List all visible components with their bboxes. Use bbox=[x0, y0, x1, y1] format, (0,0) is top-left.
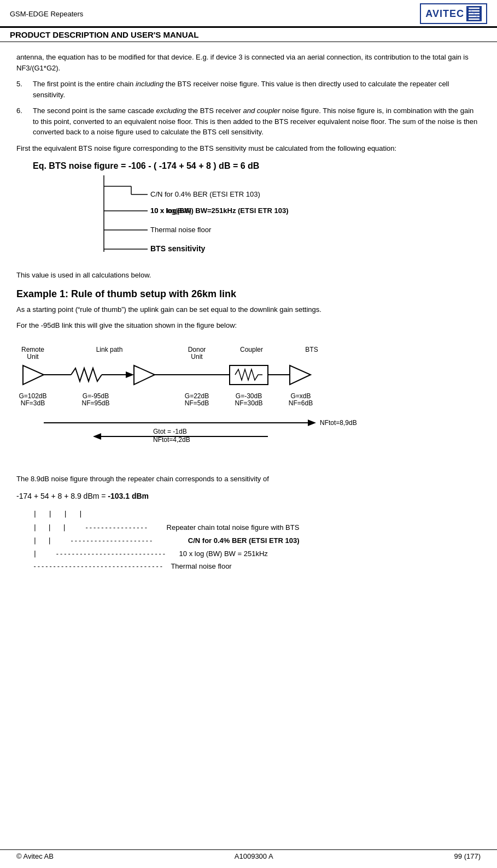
label-bts: BTS bbox=[305, 346, 318, 353]
equation-block: Eq. BTS noise figure = -106 - ( -174 + 5… bbox=[33, 161, 481, 264]
label-coupler: Coupler bbox=[240, 346, 263, 353]
subheader-title: PRODUCT DESCRIPTION AND USER'S MANUAL bbox=[10, 30, 199, 39]
italic-excluding: excluding bbox=[156, 107, 186, 115]
intro-para: antenna, the equation has to be modified… bbox=[16, 52, 481, 73]
formula-para: -174 + 54 + 8 + 8.9 dBm = -103.1 dBm bbox=[16, 491, 481, 502]
formula-result: -103.1 dBm bbox=[108, 492, 149, 500]
g5-text: G=xdB bbox=[290, 392, 311, 400]
g1-text: G=102dB bbox=[19, 392, 46, 400]
pipe2: | bbox=[48, 507, 52, 520]
ann1-p2: | bbox=[48, 521, 52, 534]
list-content-5: The first point is the entire chain incl… bbox=[33, 79, 481, 100]
footer-right: 99 (177) bbox=[454, 852, 481, 860]
ann2-p1: | bbox=[33, 534, 37, 547]
list-num-5: 5. bbox=[16, 79, 28, 100]
ann1-dashes: ---------------- bbox=[77, 522, 148, 534]
italic-including: including bbox=[136, 80, 163, 88]
nf-formula: NF3/(G1*G2). bbox=[16, 64, 60, 72]
example-title: Example 1: Rule of thumb setup with 26km… bbox=[16, 288, 481, 300]
page-header: GSM-EDGE Repeaters AVITEC bbox=[0, 0, 497, 28]
nftot-arrow bbox=[308, 420, 316, 426]
footer-center: A1009300 A bbox=[235, 852, 273, 860]
example-desc: As a starting point (“rule of thumb”) th… bbox=[16, 304, 481, 315]
block-diagram-svg: Remote Unit Link path Donor Unit Coupler… bbox=[16, 341, 487, 467]
ann-row-2: | | --------------------- C/N for 0.4% B… bbox=[33, 534, 481, 547]
logo-area: AVITEC bbox=[420, 3, 487, 24]
ann4-desc: Thermal noise floor bbox=[171, 560, 231, 572]
ann1-desc: Repeater chain total noise figure with B… bbox=[167, 521, 300, 534]
ann4-dashes: --------------------------------- bbox=[33, 561, 163, 573]
nf3-text: NF=5dB bbox=[185, 399, 209, 407]
pipe4: | bbox=[78, 507, 83, 520]
italic-and-coupler: and coupler bbox=[243, 107, 280, 115]
nftot1-text: NFtot=8,9dB bbox=[320, 419, 357, 427]
nf1-text: NF=3dB bbox=[21, 399, 45, 407]
label-unit1: Unit bbox=[27, 353, 39, 361]
pipe3: | bbox=[63, 507, 68, 520]
ann1-p1: | bbox=[33, 521, 37, 534]
donor-unit-symbol bbox=[134, 365, 155, 385]
bts-symbol bbox=[290, 365, 311, 385]
header-title: GSM-EDGE Repeaters bbox=[10, 10, 83, 18]
link-arrow bbox=[126, 371, 134, 378]
g2-text: G=-95dB bbox=[83, 392, 109, 400]
ann1-p3: | bbox=[62, 521, 67, 534]
logo-icon bbox=[466, 6, 482, 21]
formula-text: -174 + 54 + 8 + 8.9 dBm = bbox=[16, 492, 108, 500]
annotation-block: | | | | | | | ---------------- Repeater … bbox=[33, 507, 481, 573]
list-num-6: 6. bbox=[16, 105, 28, 138]
nf2-text: NF=95dB bbox=[81, 399, 109, 407]
gtot-text: Gtot = -1dB bbox=[153, 428, 187, 435]
ann-row-4: --------------------------------- Therma… bbox=[33, 560, 481, 573]
ann3-p1: | bbox=[33, 547, 37, 560]
nf4-text: NF=30dB bbox=[235, 399, 262, 407]
page-footer: © Avitec AB A1009300 A 99 (177) bbox=[0, 849, 497, 863]
label-link-path: Link path bbox=[96, 346, 123, 353]
pipes-row: | | | | bbox=[33, 507, 481, 520]
logo-box: AVITEC bbox=[420, 3, 487, 24]
ann4-text: BTS sensitivity bbox=[150, 244, 206, 253]
subheader: PRODUCT DESCRIPTION AND USER'S MANUAL bbox=[0, 28, 497, 42]
ann3-text: Thermal noise floor bbox=[150, 226, 212, 234]
intro-text: antenna, the equation has to be modified… bbox=[16, 53, 469, 61]
label-donor: Donor bbox=[188, 346, 206, 353]
list-item-6: 6. The second point is the same cascade … bbox=[16, 105, 481, 138]
ann-row-1: | | | ---------------- Repeater chain to… bbox=[33, 521, 481, 534]
ann2-desc: C/N for 0.4% BER (ETSI ETR 103) bbox=[188, 534, 300, 547]
annotation-diagram: C/N for 0.4% BER (ETSI ETR 103) 10 x log… bbox=[98, 175, 481, 264]
remote-unit-symbol bbox=[23, 365, 44, 385]
ann1-text: C/N for 0.4% BER (ETSI ETR 103) bbox=[150, 190, 260, 198]
nftot2-text: NFtot=4,2dB bbox=[153, 436, 190, 444]
logo-text: AVITEC bbox=[425, 8, 464, 20]
main-content: antenna, the equation has to be modified… bbox=[0, 42, 497, 583]
ann2-p2: | bbox=[48, 534, 52, 547]
gtot-arrow bbox=[93, 433, 101, 440]
for-para: For the -95dB link this will give the si… bbox=[16, 320, 481, 331]
ann2-dashes: --------------------- bbox=[62, 535, 153, 547]
footer-left: © Avitec AB bbox=[16, 852, 54, 860]
nf5-text: NF=6dB bbox=[289, 399, 313, 407]
coupler-squiggle bbox=[235, 369, 262, 380]
label-unit2: Unit bbox=[191, 353, 203, 361]
ann-row-3: | ---------------------------- 10 x log … bbox=[33, 547, 481, 560]
ann3-desc: 10 x log (BW) BW = 251kHz bbox=[179, 547, 268, 560]
label-remote: Remote bbox=[21, 346, 44, 353]
list-item-5: 5. The first point is the entire chain i… bbox=[16, 79, 481, 100]
list-content-6: The second point is the same cascade exc… bbox=[33, 105, 481, 138]
equation-text: Eq. BTS noise figure = -106 - ( -174 + 5… bbox=[33, 161, 481, 171]
pipe1: | bbox=[33, 507, 37, 520]
noise-para: The 8.9dB noise figure through the repea… bbox=[16, 474, 481, 485]
first-para: First the equivalent BTS noise figure co… bbox=[16, 143, 481, 154]
block-diagram: Remote Unit Link path Donor Unit Coupler… bbox=[16, 341, 481, 468]
used-para: This value is used in all calculations b… bbox=[16, 270, 481, 281]
link-zigzag bbox=[71, 368, 102, 381]
annotation-svg: C/N for 0.4% BER (ETSI ETR 103) 10 x log… bbox=[98, 175, 383, 263]
g3-text: G=22dB bbox=[185, 392, 209, 400]
ann3-dashes: ---------------------------- bbox=[48, 548, 166, 560]
g4-text: G=-30dB bbox=[236, 392, 262, 400]
ann2-text-part2: 10 x log(BW) BW=251kHz (ETSI ETR 103) bbox=[150, 206, 288, 215]
